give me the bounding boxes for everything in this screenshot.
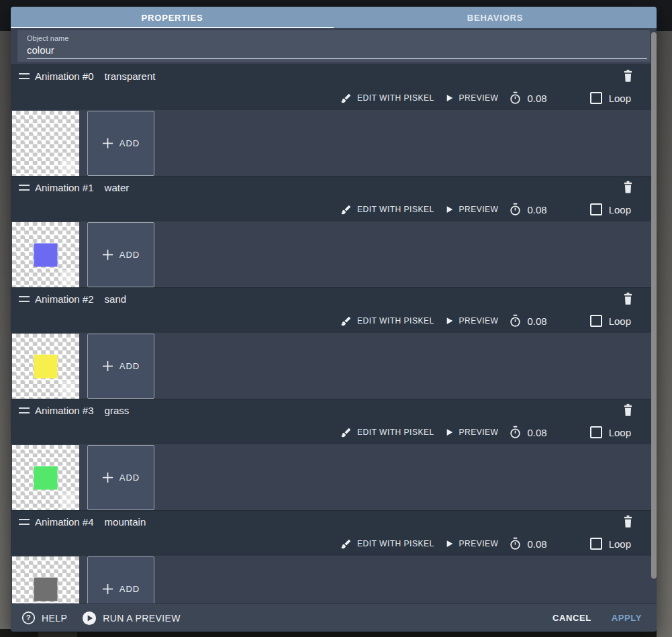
loop-checkbox[interactable]: [590, 426, 602, 438]
edit-with-piskel-label: EDIT WITH PISKEL: [357, 93, 434, 103]
animation-name-input[interactable]: water: [105, 182, 130, 193]
time-between-frames-button[interactable]: 0.08: [509, 426, 546, 439]
dialog-body: Object name colour Animation #0 transpar…: [11, 28, 657, 603]
scrollbar-thumb[interactable]: [651, 32, 657, 579]
play-circle-icon: [82, 611, 97, 626]
loop-toggle[interactable]: Loop: [590, 203, 631, 215]
play-icon: [445, 539, 454, 548]
add-frame-button[interactable]: ADD: [87, 445, 154, 510]
loop-checkbox[interactable]: [590, 538, 602, 550]
preview-animation-button[interactable]: PREVIEW: [445, 428, 499, 437]
plus-icon: [102, 360, 113, 372]
frame-color-square: [34, 354, 58, 378]
add-frame-button[interactable]: ADD: [87, 556, 154, 603]
apply-button[interactable]: APPLY: [612, 613, 642, 623]
animation-name-input[interactable]: transparent: [105, 70, 156, 82]
preview-animation-button[interactable]: PREVIEW: [445, 539, 499, 548]
frame-thumbnail[interactable]: [12, 222, 79, 287]
add-frame-button[interactable]: ADD: [87, 334, 154, 399]
brush-icon: [340, 427, 352, 438]
frame-color-square: [34, 577, 58, 601]
animation-controls: EDIT WITH PISKEL PREVIEW: [340, 426, 631, 439]
edit-with-piskel-button[interactable]: EDIT WITH PISKEL: [340, 93, 434, 104]
tab-properties[interactable]: PROPERTIES: [11, 7, 334, 28]
plus-icon: [102, 472, 113, 483]
preview-label: PREVIEW: [459, 205, 499, 214]
drag-handle-icon[interactable]: [19, 73, 30, 79]
stopwatch-icon: [509, 314, 522, 328]
animation-name-input[interactable]: mountain: [105, 516, 146, 528]
time-between-frames-button[interactable]: 0.08: [509, 91, 546, 105]
frame-thumbnail[interactable]: [12, 334, 79, 399]
loop-checkbox[interactable]: [590, 315, 602, 327]
add-frame-button[interactable]: ADD: [87, 111, 154, 176]
preview-label: PREVIEW: [459, 316, 499, 326]
trash-icon: [622, 291, 634, 306]
time-between-frames-value: 0.08: [527, 538, 546, 550]
plus-icon: [102, 583, 113, 595]
drag-handle-icon[interactable]: [19, 519, 30, 525]
edit-with-piskel-button[interactable]: EDIT WITH PISKEL: [340, 204, 434, 215]
delete-animation-button[interactable]: [622, 180, 634, 195]
drag-handle-icon[interactable]: [19, 296, 30, 302]
footer-actions: CANCEL APPLY: [553, 613, 642, 623]
delete-animation-button[interactable]: [622, 514, 634, 529]
tab-behaviors[interactable]: BEHAVIORS: [334, 7, 657, 28]
animation-title-row: Animation #3 grass: [19, 405, 129, 416]
play-icon: [445, 93, 454, 103]
animation-title-row: Animation #0 transparent: [19, 70, 155, 82]
preview-animation-button[interactable]: PREVIEW: [445, 205, 499, 214]
add-frame-label: ADD: [119, 361, 140, 371]
object-name-label: Object name: [27, 34, 647, 42]
time-between-frames-button[interactable]: 0.08: [509, 203, 546, 216]
trash-icon: [622, 68, 634, 83]
object-name-field[interactable]: Object name colour: [17, 30, 650, 62]
trash-icon: [622, 403, 634, 418]
stopwatch-icon: [509, 91, 522, 105]
preview-label: PREVIEW: [459, 539, 499, 548]
animation-name-input[interactable]: sand: [105, 293, 127, 305]
stopwatch-icon: [509, 203, 522, 216]
run-a-preview-button[interactable]: RUN A PREVIEW: [82, 611, 181, 626]
animation-title: Animation #4: [35, 516, 94, 528]
object-name-input[interactable]: colour: [27, 42, 647, 59]
delete-animation-button[interactable]: [622, 403, 634, 418]
time-between-frames-button[interactable]: 0.08: [509, 537, 546, 550]
play-icon: [445, 205, 454, 214]
frame-color-square: [34, 243, 58, 266]
add-frame-button[interactable]: ADD: [87, 222, 154, 287]
loop-toggle[interactable]: Loop: [590, 538, 631, 550]
delete-animation-button[interactable]: [622, 291, 634, 306]
animation-name-input[interactable]: grass: [105, 405, 130, 416]
animation-title-row: Animation #4 mountain: [19, 516, 146, 528]
animation-header: Animation #4 mountain: [11, 510, 657, 555]
preview-animation-button[interactable]: PREVIEW: [445, 316, 499, 326]
edit-with-piskel-button[interactable]: EDIT WITH PISKEL: [340, 315, 434, 327]
animation-frames-row: ADD: [11, 444, 657, 510]
help-button-label: HELP: [42, 613, 67, 624]
cancel-button[interactable]: CANCEL: [553, 613, 591, 623]
animation-title: Animation #1: [35, 182, 94, 193]
loop-toggle[interactable]: Loop: [590, 315, 631, 327]
animation-header: Animation #2 sand: [11, 287, 657, 332]
time-between-frames-button[interactable]: 0.08: [509, 314, 546, 328]
animation-controls: EDIT WITH PISKEL PREVIEW: [340, 537, 631, 550]
loop-toggle[interactable]: Loop: [590, 426, 631, 438]
frame-thumbnail[interactable]: [12, 111, 79, 176]
animation-controls: EDIT WITH PISKEL PREVIEW: [340, 91, 631, 105]
loop-checkbox[interactable]: [590, 203, 602, 215]
animation-frames-row: ADD: [11, 109, 657, 176]
play-icon: [445, 316, 454, 326]
frame-thumbnail[interactable]: [12, 556, 79, 603]
delete-animation-button[interactable]: [622, 68, 634, 83]
loop-label: Loop: [609, 315, 631, 327]
edit-with-piskel-button[interactable]: EDIT WITH PISKEL: [340, 427, 434, 438]
loop-toggle[interactable]: Loop: [590, 92, 631, 104]
drag-handle-icon[interactable]: [19, 407, 30, 413]
edit-with-piskel-button[interactable]: EDIT WITH PISKEL: [340, 538, 434, 550]
frame-thumbnail[interactable]: [12, 445, 79, 510]
help-button[interactable]: ? HELP: [21, 611, 67, 625]
drag-handle-icon[interactable]: [19, 185, 30, 191]
loop-checkbox[interactable]: [590, 92, 602, 104]
preview-animation-button[interactable]: PREVIEW: [445, 93, 499, 103]
